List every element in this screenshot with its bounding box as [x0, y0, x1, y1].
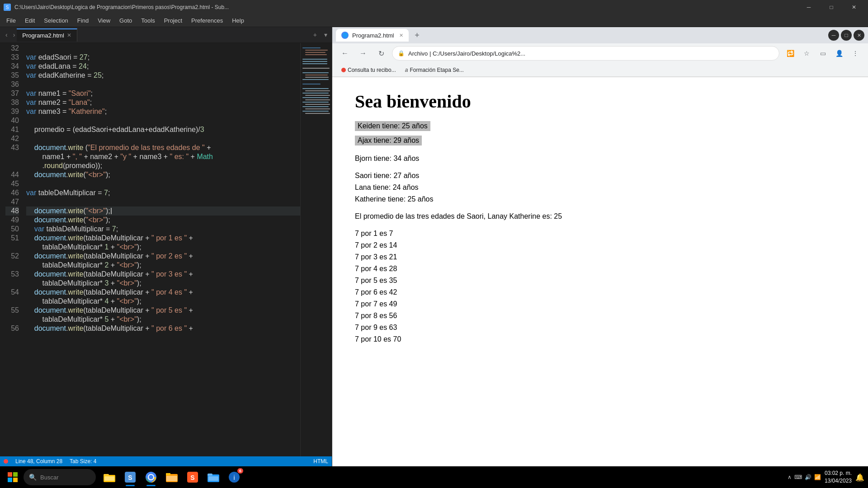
- code-line-38: var name2 = "Lana";: [26, 98, 300, 107]
- code-content[interactable]: var edadSaori = 27; var edadLana = 24; v…: [23, 43, 300, 456]
- content-line-lana: Lana tiene: 24 años: [355, 183, 845, 192]
- address-bar[interactable]: 🔒 Archivo | C:/Users/Jairo/Desktop/Logic…: [392, 46, 779, 61]
- code-line-35: var edadKatherine = 25;: [26, 71, 300, 80]
- svg-rect-7: [302, 68, 330, 69]
- menu-find[interactable]: Find: [73, 15, 93, 26]
- menu-view[interactable]: View: [93, 15, 115, 26]
- refresh-button[interactable]: ↻: [374, 46, 388, 61]
- tray-up-arrow[interactable]: ∧: [788, 474, 792, 480]
- start-button[interactable]: [4, 468, 22, 486]
- status-language[interactable]: HTML: [313, 458, 328, 465]
- main-layout: ‹ › Programa2.html ✕ + ▾ 32 33 34 35 36 …: [0, 27, 868, 466]
- menu-button[interactable]: ⋮: [848, 46, 863, 61]
- share-button[interactable]: 🔁: [783, 46, 797, 61]
- taskbar: 🔍 Buscar S: [0, 466, 868, 488]
- tray-network-icon[interactable]: 📶: [814, 474, 821, 480]
- content-line-7x7: 7 por 7 es 49: [355, 300, 845, 308]
- bookmark-label-1: Consulta tu recibo...: [348, 67, 396, 73]
- menu-selection[interactable]: Selection: [39, 15, 72, 26]
- forward-button[interactable]: →: [356, 46, 370, 61]
- taskbar-folder[interactable]: [203, 467, 223, 487]
- tray-time[interactable]: 03:02 p. m. 13/04/2023: [825, 469, 852, 485]
- profile-button[interactable]: 👤: [832, 46, 846, 61]
- code-editor[interactable]: 32 33 34 35 36 37 38 39 40 41 42 43 44 4…: [0, 43, 332, 456]
- tray-notifications[interactable]: 🔔: [855, 473, 864, 482]
- bookmark-1[interactable]: Consulta tu recibo...: [338, 65, 400, 75]
- content-line-7x4: 7 por 4 es 28: [355, 265, 845, 273]
- code-line-32: [26, 44, 300, 53]
- svg-rect-6: [302, 63, 327, 64]
- tab-nav-left[interactable]: ‹: [2, 31, 11, 38]
- content-line-promedio: El promedio de las tres edades de Saori,…: [355, 212, 845, 221]
- highlighted-item-2: Ajax tiene: 29 años: [355, 136, 422, 145]
- menu-preferences[interactable]: Preferences: [187, 15, 227, 26]
- minimize-button[interactable]: ─: [798, 0, 819, 14]
- taskbar-notification-app[interactable]: i 6: [224, 467, 244, 487]
- line-num-43b: [5, 152, 19, 161]
- close-button[interactable]: ✕: [844, 0, 864, 14]
- taskbar-sublimetext[interactable]: S: [120, 467, 140, 487]
- browser-new-tab-button[interactable]: +: [410, 29, 423, 42]
- maximize-button[interactable]: □: [821, 0, 842, 14]
- tab-dropdown-button[interactable]: ▾: [321, 30, 330, 39]
- svg-rect-19: [302, 102, 329, 103]
- window-controls[interactable]: ─ □ ✕: [798, 0, 864, 14]
- taskbar-chrome[interactable]: [141, 467, 161, 487]
- taskbar-file-explorer[interactable]: [99, 467, 119, 487]
- menu-edit[interactable]: Edit: [20, 15, 39, 26]
- notification-badge: 6: [237, 468, 243, 474]
- code-line-48: document.write("<br>");: [26, 206, 300, 216]
- content-line-7x5: 7 por 5 es 35: [355, 277, 845, 285]
- content-line-7x8: 7 por 8 es 56: [355, 312, 845, 320]
- content-line-katherine: Katherine tiene: 25 años: [355, 195, 845, 203]
- line-num-46: 46: [5, 188, 19, 197]
- line-num-39: 39: [5, 107, 19, 116]
- svg-rect-5: [302, 61, 327, 62]
- menu-help[interactable]: Help: [227, 15, 249, 26]
- code-line-43c: .round(promedio));: [26, 161, 300, 170]
- app-icon: S: [4, 4, 11, 11]
- line-num-55b: [5, 315, 19, 324]
- menu-goto[interactable]: Goto: [115, 15, 137, 26]
- code-line-33: var edadSaori = 27;: [26, 53, 300, 62]
- line-numbers: 32 33 34 35 36 37 38 39 40 41 42 43 44 4…: [0, 43, 23, 456]
- taskbar-orange-app[interactable]: S: [183, 467, 203, 487]
- browser-active-tab[interactable]: 🌐 Programa2.html ✕: [336, 29, 409, 42]
- line-num-42: 42: [5, 134, 19, 143]
- svg-rect-21: [302, 106, 329, 107]
- tray-keyboard-icon: ⌨: [794, 474, 802, 480]
- status-tab-size[interactable]: Tab Size: 4: [70, 458, 96, 465]
- line-num-41: 41: [5, 125, 19, 134]
- highlighted-item-1: Keiden tiene: 25 años: [355, 121, 430, 131]
- browser-restore-btn[interactable]: □: [841, 30, 852, 41]
- line-num-54: 54: [5, 288, 19, 297]
- code-line-43: document.write ("El promedio de las tres…: [26, 143, 300, 152]
- browser-close-btn[interactable]: ✕: [854, 30, 864, 41]
- menu-tools[interactable]: Tools: [137, 15, 159, 26]
- content-line-7x6: 7 por 6 es 42: [355, 288, 845, 296]
- editor-tab-programa2[interactable]: Programa2.html ✕: [17, 28, 77, 42]
- browser-tab-close[interactable]: ✕: [399, 33, 403, 38]
- browser-minimize-btn[interactable]: ─: [828, 30, 839, 41]
- extensions-button[interactable]: ▭: [816, 46, 830, 61]
- code-line-52b: tablaDeMultiplicar* 2 + "<br>");: [26, 261, 300, 270]
- bookmark-button[interactable]: ☆: [799, 46, 814, 61]
- taskbar-filemanager[interactable]: [162, 467, 182, 487]
- code-line-36: [26, 80, 300, 89]
- menu-project[interactable]: Project: [160, 15, 187, 26]
- svg-rect-30: [104, 474, 109, 476]
- code-line-43b: name1 + ", " + name2 + "y " + name3 + " …: [26, 152, 300, 161]
- code-line-53: document.write(tablaDeMultiplicar + " po…: [26, 270, 300, 279]
- code-line-46: var tableDeMultiplicar = 7;: [26, 188, 300, 197]
- bookmark-2[interactable]: a Formación Etapa Se...: [401, 65, 467, 75]
- status-line-col[interactable]: Line 48, Column 28: [15, 458, 62, 465]
- new-tab-button[interactable]: +: [311, 30, 320, 39]
- content-line-7x9: 7 por 9 es 63: [355, 324, 845, 332]
- tray-speaker-icon[interactable]: 🔊: [805, 474, 811, 480]
- menu-file[interactable]: File: [2, 15, 20, 26]
- svg-rect-15: [302, 93, 329, 94]
- taskbar-search[interactable]: 🔍 Buscar: [24, 469, 96, 485]
- tab-close-button[interactable]: ✕: [67, 32, 71, 38]
- back-button[interactable]: ←: [338, 46, 352, 61]
- tab-nav-right[interactable]: ›: [11, 31, 17, 38]
